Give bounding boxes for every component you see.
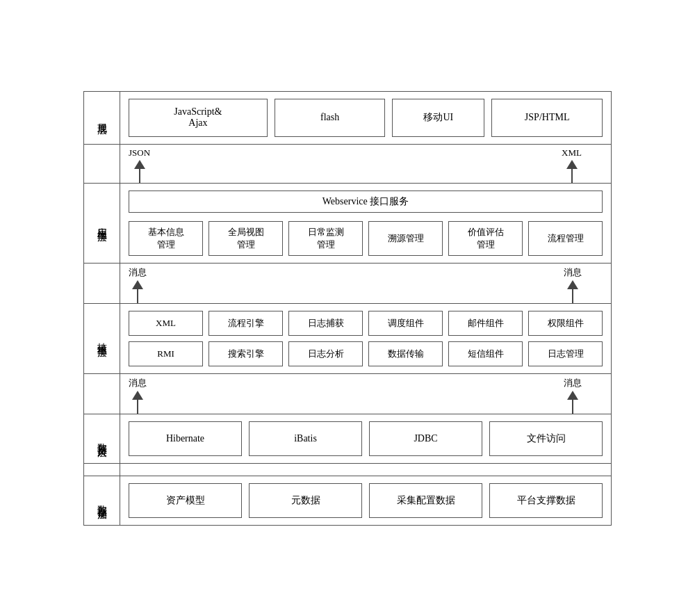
- log-capture-box: 日志捕获: [288, 311, 363, 336]
- process-engine-box: 流程引擎: [208, 311, 283, 336]
- json-arrowline: [139, 169, 140, 183]
- storage-layer: 数据存储层 资产模型 元数据 采集配置数据 平台支撑数据: [84, 476, 611, 525]
- jdbc-box: JDBC: [369, 421, 482, 456]
- msg2-left-arrowline: [137, 400, 138, 414]
- msg2-left-label: 消息: [129, 377, 147, 389]
- hibernate-box: Hibernate: [129, 421, 242, 456]
- spacer-row: [84, 464, 611, 476]
- xml-box: XML: [129, 311, 203, 336]
- mail-box: 邮件组件: [448, 311, 523, 336]
- msg2-right-label: 消息: [564, 377, 582, 389]
- presentation-layer: 展现层 JavaScript&Ajax flash 移动UI JSP/HTML: [84, 92, 611, 145]
- application-content: Webservice 接口服务 基本信息管理 全局视图管理 日常监测管理 溯源管…: [120, 184, 611, 263]
- storage-content: 资产模型 元数据 采集配置数据 平台支撑数据: [120, 476, 611, 525]
- msg1-right-arrowline: [572, 289, 573, 303]
- collect-config-box: 采集配置数据: [369, 483, 482, 518]
- presentation-content: JavaScript&Ajax flash 移动UI JSP/HTML: [120, 92, 611, 144]
- application-label: 应用组件层: [84, 184, 120, 263]
- msg1-left-arrow: 消息: [129, 266, 147, 303]
- platform-support-box: 平台支撑数据: [489, 483, 603, 518]
- msg2-left-arrowhead: [132, 391, 143, 400]
- tech-layer: 技术组件层 XML 流程引擎 日志捕获 调度组件 邮件组件 权限组件 RMI 搜…: [84, 304, 611, 374]
- msg2-right-arrowhead: [567, 391, 578, 400]
- persistence-content: Hibernate iBatis JDBC 文件访问: [120, 414, 611, 463]
- json-label: JSON: [129, 147, 150, 159]
- msg2-right-arrowline: [572, 400, 573, 414]
- permission-box: 权限组件: [528, 311, 603, 336]
- process-mgmt-box: 流程管理: [528, 221, 603, 256]
- json-arrow-group: JSON: [129, 147, 150, 183]
- log-mgmt-box: 日志管理: [528, 341, 603, 366]
- msg1-right-arrowhead: [567, 280, 578, 289]
- metadata-box: 元数据: [249, 483, 362, 518]
- presentation-label: 展现层: [84, 92, 120, 144]
- xml-label: XML: [562, 147, 582, 159]
- persistence-layer: 数据持久层 Hibernate iBatis JDBC 文件访问: [84, 414, 611, 464]
- xml-arrowline: [571, 169, 573, 183]
- msg2-left-arrow: 消息: [129, 377, 147, 414]
- persistence-boxes: Hibernate iBatis JDBC 文件访问: [129, 421, 603, 456]
- data-transfer-box: 数据传输: [368, 341, 443, 366]
- msg1-left-arrowhead: [132, 280, 143, 289]
- tech-content: XML 流程引擎 日志捕获 调度组件 邮件组件 权限组件 RMI 搜索引擎 日志…: [120, 304, 611, 373]
- global-view-box: 全局视图管理: [208, 221, 283, 256]
- xml-arrowhead: [566, 160, 578, 169]
- storage-boxes: 资产模型 元数据 采集配置数据 平台支撑数据: [129, 483, 603, 518]
- tech-label: 技术组件层: [84, 304, 120, 373]
- msg1-right-label: 消息: [564, 266, 582, 279]
- daily-monitor-box: 日常监测管理: [288, 221, 363, 256]
- value-eval-box: 价值评估管理: [448, 221, 523, 256]
- arrow-msg2-row: 消息 消息: [84, 374, 611, 414]
- flash-box: flash: [275, 99, 386, 137]
- asset-model-box: 资产模型: [129, 483, 242, 518]
- presentation-boxes: JavaScript&Ajax flash 移动UI JSP/HTML: [129, 99, 603, 137]
- sms-box: 短信组件: [448, 341, 523, 366]
- log-analysis-box: 日志分析: [288, 341, 363, 366]
- tech-row1: XML 流程引擎 日志捕获 调度组件 邮件组件 权限组件: [129, 311, 603, 336]
- arrow-msg1-row: 消息 消息: [84, 264, 611, 304]
- file-access-box: 文件访问: [489, 421, 603, 456]
- msg1-right-arrow: 消息: [564, 266, 582, 303]
- basic-info-box: 基本信息管理: [129, 221, 203, 256]
- search-engine-box: 搜索引擎: [208, 341, 283, 366]
- msg2-right-arrow: 消息: [564, 377, 582, 414]
- mobile-ui-box: 移动UI: [392, 99, 484, 137]
- msg1-left-arrowline: [137, 289, 138, 303]
- application-layer: 应用组件层 Webservice 接口服务 基本信息管理 全局视图管理 日常监测…: [84, 184, 611, 264]
- json-arrowhead: [134, 160, 145, 169]
- jsp-html-box: JSP/HTML: [491, 99, 603, 137]
- architecture-diagram: 展现层 JavaScript&Ajax flash 移动UI JSP/HTML …: [83, 91, 612, 526]
- js-ajax-box: JavaScript&Ajax: [129, 99, 268, 137]
- app-components: 基本信息管理 全局视图管理 日常监测管理 溯源管理 价值评估管理 流程管理: [129, 221, 603, 256]
- rmi-box: RMI: [129, 341, 203, 366]
- trace-mgmt-box: 溯源管理: [368, 221, 443, 256]
- storage-label: 数据存储层: [84, 476, 120, 525]
- scheduler-box: 调度组件: [368, 311, 443, 336]
- ibatis-box: iBatis: [249, 421, 362, 456]
- tech-row2: RMI 搜索引擎 日志分析 数据传输 短信组件 日志管理: [129, 341, 603, 366]
- xml-arrow-group: XML: [562, 147, 582, 183]
- arrow-json-xml-row: JSON XML: [84, 145, 611, 184]
- webservice-box: Webservice 接口服务: [129, 191, 603, 213]
- persistence-label: 数据持久层: [84, 414, 120, 463]
- msg1-left-label: 消息: [129, 266, 147, 279]
